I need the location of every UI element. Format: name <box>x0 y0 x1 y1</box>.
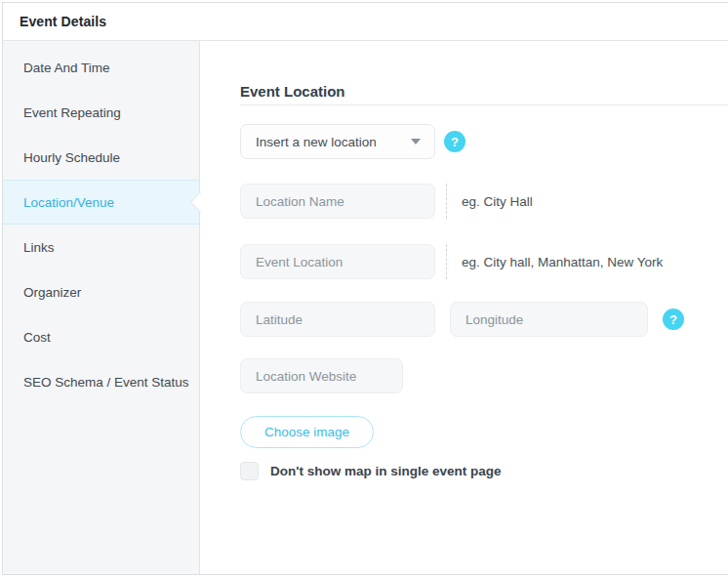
location-name-input[interactable] <box>240 184 435 219</box>
location-website-row <box>240 358 728 393</box>
sidebar-item-label: Hourly Schedule <box>23 150 120 165</box>
location-venue-panel: Event Location Insert a new location ? e… <box>200 41 728 574</box>
sidebar-item-label: Cost <box>23 330 51 345</box>
sidebar-item-label: Date And Time <box>23 61 110 75</box>
location-select-value: Insert a new location <box>256 135 377 149</box>
sidebar-item-event-repeating[interactable]: Event Repeating <box>3 90 199 135</box>
choose-image-button[interactable]: Choose image <box>240 416 374 448</box>
sidebar-item-label: Event Repeating <box>23 105 121 120</box>
location-website-input[interactable] <box>240 358 403 393</box>
choose-image-row: Choose image <box>240 416 728 448</box>
event-details-metabox: Event Details Date And Time Event Repeat… <box>2 2 728 575</box>
sidebar-item-label: Location/Venue <box>23 195 114 210</box>
sidebar-item-links[interactable]: Links <box>3 225 199 269</box>
sidebar-item-hourly-schedule[interactable]: Hourly Schedule <box>3 135 199 180</box>
sidebar-item-location-venue[interactable]: Location/Venue <box>3 180 199 225</box>
event-location-input[interactable] <box>240 244 435 279</box>
longitude-input[interactable] <box>450 302 648 337</box>
sidebar-tab-list: Date And Time Event Repeating Hourly Sch… <box>3 45 199 404</box>
metabox-header: Event Details <box>3 3 728 41</box>
section-title: Event Location <box>240 82 728 105</box>
help-icon[interactable]: ? <box>444 131 465 152</box>
metabox-body: Date And Time Event Repeating Hourly Sch… <box>3 41 728 574</box>
chevron-down-icon <box>411 139 421 144</box>
location-select[interactable]: Insert a new location <box>240 124 435 159</box>
latitude-input[interactable] <box>240 302 435 337</box>
location-name-row: eg. City Hall <box>240 184 728 219</box>
coordinates-row: ? <box>240 302 728 337</box>
hint-divider <box>446 184 447 219</box>
event-location-hint: eg. City hall, Manhattan, New York <box>462 255 663 269</box>
sidebar-item-label: Links <box>23 240 55 255</box>
event-location-row: eg. City hall, Manhattan, New York <box>240 244 728 279</box>
sidebar-item-seo-schema-event-status[interactable]: SEO Schema / Event Status <box>3 359 199 404</box>
sidebar-item-organizer[interactable]: Organizer <box>3 269 199 314</box>
sidebar-item-cost[interactable]: Cost <box>3 314 199 359</box>
metabox-title: Event Details <box>20 14 106 29</box>
hint-divider <box>446 244 447 279</box>
settings-sidebar: Date And Time Event Repeating Hourly Sch… <box>3 41 200 574</box>
help-icon[interactable]: ? <box>663 309 684 330</box>
map-visibility-row: Don't show map in single event page <box>240 462 728 480</box>
sidebar-item-label: Organizer <box>23 285 81 300</box>
sidebar-item-label: SEO Schema / Event Status <box>23 375 189 390</box>
dont-show-map-label[interactable]: Don't show map in single event page <box>270 464 502 478</box>
dont-show-map-checkbox[interactable] <box>240 462 259 480</box>
location-select-row: Insert a new location ? <box>240 124 728 159</box>
sidebar-item-date-and-time[interactable]: Date And Time <box>3 45 199 90</box>
location-name-hint: eg. City Hall <box>462 194 533 209</box>
